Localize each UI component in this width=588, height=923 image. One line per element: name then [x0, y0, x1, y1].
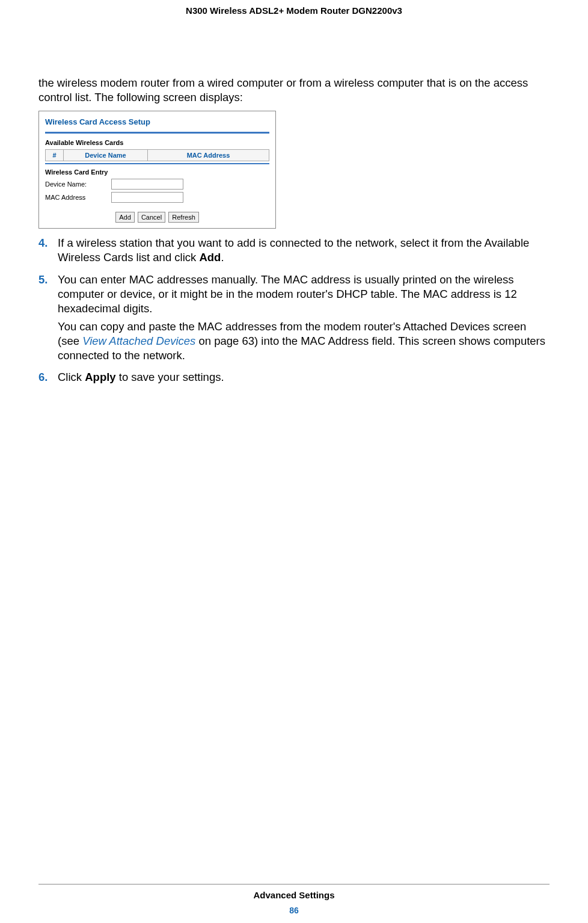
- document-title: N300 Wireless ADSL2+ Modem Router DGN220…: [186, 5, 402, 16]
- step-text: Click Apply to save your settings.: [58, 370, 550, 384]
- step-5: 5. You can enter MAC addresses manually.…: [38, 273, 550, 366]
- step-body: Click Apply to save your settings.: [58, 370, 550, 388]
- device-name-row: Device Name:: [45, 179, 269, 190]
- device-name-label: Device Name:: [45, 180, 105, 188]
- step-number: 6.: [38, 370, 52, 388]
- footer-section-title: Advanced Settings: [0, 889, 588, 901]
- add-button[interactable]: Add: [115, 212, 135, 223]
- screenshot-button-row: Add Cancel Refresh: [43, 205, 272, 224]
- screenshot-wireless-card-access: Wireless Card Access Setup Available Wir…: [38, 111, 276, 229]
- device-name-input[interactable]: [111, 179, 183, 190]
- link-view-attached-devices[interactable]: View Attached Devices: [82, 335, 195, 347]
- available-cards-heading: Available Wireless Cards: [43, 137, 272, 147]
- footer-page-number: 86: [0, 905, 588, 916]
- cancel-button[interactable]: Cancel: [138, 212, 165, 223]
- bold-apply: Apply: [85, 371, 115, 383]
- divider: [45, 132, 269, 134]
- divider: [45, 163, 269, 164]
- bold-add: Add: [199, 251, 221, 264]
- step-4: 4. If a wireless station that you want t…: [38, 236, 550, 268]
- intro-paragraph: the wireless modem router from a wired c…: [38, 76, 550, 105]
- entry-heading: Wireless Card Entry: [45, 168, 269, 179]
- step-paragraph-2: You can copy and paste the MAC addresses…: [58, 320, 550, 363]
- page-header: N300 Wireless ADSL2+ Modem Router DGN220…: [0, 0, 588, 22]
- step-number: 5.: [38, 273, 52, 366]
- screenshot-title: Wireless Card Access Setup: [43, 115, 272, 131]
- step-paragraph-1: You can enter MAC addresses manually. Th…: [58, 273, 550, 316]
- page-footer: Advanced Settings 86: [0, 884, 588, 916]
- step-body: You can enter MAC addresses manually. Th…: [58, 273, 550, 366]
- step-text: If a wireless station that you want to a…: [58, 236, 550, 265]
- available-cards-table: # Device Name MAC Address: [45, 149, 269, 161]
- step-number: 4.: [38, 236, 52, 268]
- table-header-row: # Device Name MAC Address: [46, 149, 269, 161]
- column-number: #: [46, 149, 64, 161]
- column-mac-address: MAC Address: [148, 149, 269, 161]
- footer-divider: [38, 884, 550, 884]
- refresh-button[interactable]: Refresh: [168, 212, 199, 223]
- step-6: 6. Click Apply to save your settings.: [38, 370, 550, 388]
- mac-address-label: MAC Address: [45, 193, 105, 202]
- mac-address-input[interactable]: [111, 192, 183, 203]
- page-content: the wireless modem router from a wired c…: [0, 22, 588, 388]
- step-body: If a wireless station that you want to a…: [58, 236, 550, 268]
- mac-address-row: MAC Address: [45, 192, 269, 203]
- card-entry-section: Wireless Card Entry Device Name: MAC Add…: [43, 168, 272, 203]
- column-device-name: Device Name: [64, 149, 148, 161]
